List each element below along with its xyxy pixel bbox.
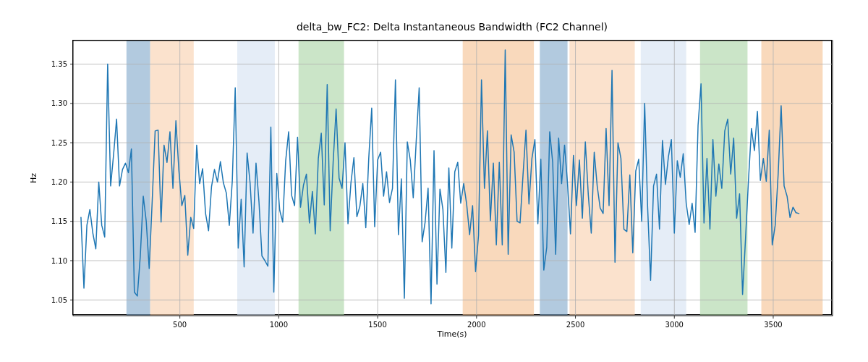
y-tick-label: 1.25 bbox=[51, 139, 67, 147]
x-tick-label: 500 bbox=[173, 321, 187, 329]
y-axis-label-text: Hz bbox=[29, 173, 38, 183]
y-tick-label: 1.20 bbox=[51, 178, 67, 186]
x-axis-label: Time(s) bbox=[72, 329, 832, 339]
chart-title: delta_bw_FC2: Delta Instantaneous Bandwi… bbox=[72, 21, 832, 33]
y-tick-label: 1.35 bbox=[51, 60, 67, 68]
highlight-band bbox=[127, 41, 150, 316]
y-tick-label: 1.15 bbox=[51, 217, 67, 225]
highlight-band bbox=[641, 41, 686, 316]
y-axis-label: Hz bbox=[29, 173, 38, 183]
chart-axes: Hz 1.051.101.151.201.251.301.35 50010001… bbox=[72, 40, 832, 315]
highlight-band bbox=[700, 41, 748, 316]
highlight-bands bbox=[127, 41, 823, 316]
y-tick-label: 1.30 bbox=[51, 99, 67, 107]
x-tick-labels: 500100015002000250030003500 bbox=[173, 316, 783, 329]
y-tick-label: 1.05 bbox=[51, 296, 67, 304]
plot-area: 1.051.101.151.201.251.301.35 50010001500… bbox=[73, 41, 833, 316]
x-tick-label: 2500 bbox=[566, 321, 584, 329]
y-tick-labels: 1.051.101.151.201.251.301.35 bbox=[51, 60, 73, 304]
y-tick-label: 1.10 bbox=[51, 257, 67, 265]
x-tick-label: 1500 bbox=[368, 321, 386, 329]
figure: delta_bw_FC2: Delta Instantaneous Bandwi… bbox=[0, 0, 868, 362]
x-tick-label: 1000 bbox=[270, 321, 288, 329]
x-tick-label: 3000 bbox=[665, 321, 684, 329]
highlight-band bbox=[569, 41, 634, 316]
highlight-band bbox=[237, 41, 275, 316]
x-tick-label: 2000 bbox=[467, 321, 485, 329]
x-tick-label: 3500 bbox=[764, 321, 782, 329]
